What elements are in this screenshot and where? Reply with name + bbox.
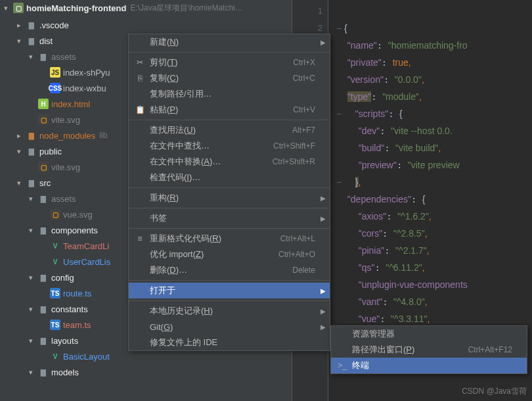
menu-item[interactable]: 打开于▶ [129, 283, 330, 298]
menu-item-icon: ✂ [134, 58, 146, 67]
menu-item-label: 粘贴(P) [150, 104, 293, 116]
menu-item-label: 路径弹出窗口(P) [352, 344, 468, 356]
tree-row[interactable]: ▾▇models [0, 364, 292, 380]
menu-item-label: 修复文件上的 IDE [150, 337, 315, 348]
tree-label: assets [51, 194, 76, 204]
chevron-down-icon: ▾ [14, 37, 24, 45]
menu-item-label: 剪切(T) [150, 57, 293, 68]
folder-icon: ▇ [38, 225, 49, 235]
chevron-right-icon: ▸ [14, 21, 24, 30]
vue-icon: V [50, 256, 60, 267]
vue-icon: V [50, 351, 60, 362]
menu-item-icon: ⎘ [134, 74, 146, 83]
context-menu-main: 新建(N)▶✂剪切(T)Ctrl+X⎘复制(C)Ctrl+C复制路径/引用…📋粘… [128, 34, 330, 351]
tree-label: BasicLayout [63, 352, 110, 362]
menu-item[interactable]: 优化 import(Z)Ctrl+Alt+O [129, 247, 330, 262]
menu-item[interactable]: ✂剪切(T)Ctrl+X [129, 55, 330, 70]
svg-icon: ▢ [50, 209, 60, 220]
tree-label: layouts [51, 336, 78, 346]
folder-icon: ▇ [38, 335, 49, 346]
chevron-down-icon: ▾ [26, 53, 35, 61]
menu-item[interactable]: ⎘复制(C)Ctrl+C [129, 70, 330, 86]
menu-item[interactable]: Git(G)▶ [129, 319, 330, 335]
menu-shortcut: Ctrl+C [293, 74, 315, 83]
menu-shortcut: Ctrl+Alt+L [280, 234, 315, 243]
submenu-arrow-icon: ▶ [321, 215, 326, 222]
menu-item-label: 查找用法(U) [150, 124, 292, 136]
chevron-right-icon: ▸ [14, 131, 24, 140]
tree-label: .vscode [39, 20, 69, 30]
tree-label: public [39, 147, 62, 156]
tree-label: dist [39, 36, 53, 46]
folder-icon: ▇ [26, 20, 37, 30]
watermark: CSDN @Java雪荷 [462, 386, 527, 397]
tree-label: vite.svg [51, 162, 80, 172]
vue-icon: V [50, 241, 60, 251]
chevron-down-icon: ▾ [1, 4, 11, 12]
menu-item-icon: >_ [336, 361, 348, 370]
menu-item-label: 优化 import(Z) [150, 248, 278, 260]
menu-item[interactable]: 在文件中查找…Ctrl+Shift+F [129, 138, 330, 154]
menu-item-label: 复制路径/引用… [150, 88, 315, 100]
folder-icon: ▇ [38, 304, 49, 314]
menu-item[interactable]: 本地历史记录(H)▶ [129, 303, 330, 319]
tree-label: node_modules [39, 131, 95, 141]
menu-item[interactable]: 检查代码(I)… [129, 170, 330, 185]
menu-item[interactable]: 查找用法(U)Alt+F7 [129, 122, 330, 138]
chevron-down-icon: ▾ [26, 337, 35, 345]
menu-separator [129, 187, 330, 188]
menu-item-label: 删除(D)… [150, 264, 292, 276]
menu-item-icon: ≡ [134, 234, 146, 243]
tree-extra: lib [99, 131, 107, 140]
project-root-label: homieMatching-frontend [26, 3, 126, 13]
submenu-arrow-icon: ▶ [321, 39, 326, 46]
tree-label: src [39, 178, 51, 188]
submenu-arrow-icon: ▶ [321, 287, 326, 295]
menu-separator [129, 300, 330, 301]
menu-separator [129, 120, 330, 120]
folder-icon: ▇ [38, 367, 49, 377]
js-icon: JS [50, 67, 60, 78]
folder-icon: ▇ [26, 146, 37, 156]
menu-item[interactable]: 在文件中替换(A)…Ctrl+Shift+R [129, 154, 330, 170]
menu-item[interactable]: 复制路径/引用… [129, 86, 330, 102]
context-menu-open-in: 资源管理器路径弹出窗口(P)Ctrl+Alt+F12>_终端 [330, 325, 527, 374]
menu-item[interactable]: ≡重新格式化代码(R)Ctrl+Alt+L [129, 231, 330, 247]
tree-label: assets [51, 52, 76, 62]
folder-icon: ▇ [38, 272, 49, 283]
chevron-down-icon: ▾ [14, 179, 24, 187]
menu-item[interactable]: >_终端 [331, 358, 527, 373]
menu-item[interactable]: 路径弹出窗口(P)Ctrl+Alt+F12 [331, 342, 527, 358]
menu-item[interactable]: 📋粘贴(P)Ctrl+V [129, 102, 330, 118]
menu-item[interactable]: 书签▶ [129, 210, 330, 226]
menu-item-label: 打开于 [150, 285, 315, 296]
menu-shortcut: Ctrl+V [293, 105, 315, 114]
menu-separator [129, 280, 330, 281]
menu-item-label: 书签 [150, 212, 315, 224]
ts-icon: TS [50, 319, 60, 330]
tree-label: config [51, 273, 74, 283]
chevron-down-icon: ▾ [26, 273, 35, 282]
menu-item[interactable]: 新建(N)▶ [129, 34, 330, 50]
tree-label: TeamCardLi [63, 241, 109, 251]
menu-item-label: 终端 [352, 360, 512, 371]
html-icon: H [38, 99, 49, 109]
folder-icon: ▇ [38, 51, 49, 62]
menu-separator [129, 228, 330, 229]
tree-label: index-shPyu [63, 68, 110, 78]
tree-label: constants [51, 304, 88, 314]
menu-separator [129, 208, 330, 208]
project-root-row[interactable]: ▾ ▢ homieMatching-frontend E:\Java星球项目\h… [0, 0, 292, 16]
css-icon: CSS [50, 83, 60, 93]
menu-item[interactable]: 修复文件上的 IDE [129, 335, 330, 350]
menu-item[interactable]: 重构(R)▶ [129, 190, 330, 206]
menu-shortcut: Ctrl+Alt+O [278, 250, 315, 259]
menu-item[interactable]: 删除(D)…Delete [129, 262, 330, 278]
tree-row[interactable]: ▸▇.vscode [0, 17, 292, 33]
tree-label: models [51, 367, 79, 377]
chevron-down-icon: ▾ [26, 305, 35, 314]
menu-item[interactable]: 资源管理器 [331, 326, 527, 342]
menu-item-label: 本地历史记录(H) [150, 305, 315, 317]
ts-icon: TS [50, 288, 60, 298]
tree-label: team.ts [63, 320, 91, 330]
